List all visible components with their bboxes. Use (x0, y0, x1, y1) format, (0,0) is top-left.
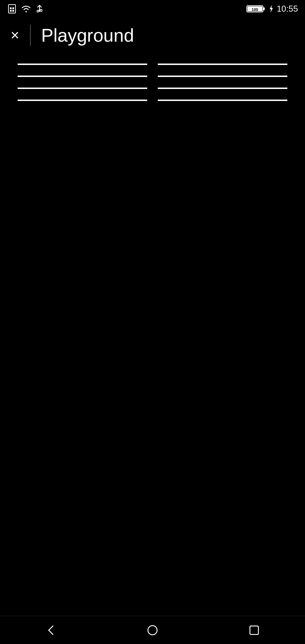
svg-rect-31 (250, 626, 258, 634)
wifi-icon (20, 4, 32, 14)
grid-item-4-2[interactable] (158, 100, 287, 101)
svg-marker-13 (270, 5, 273, 13)
svg-point-5 (25, 11, 27, 12)
recent-apps-button[interactable] (245, 621, 263, 639)
svg-rect-11 (263, 7, 265, 10)
grid-item-3-2[interactable] (158, 88, 287, 89)
charging-icon (268, 4, 274, 13)
layout-grid (0, 53, 305, 616)
time-display: 10:55 (277, 4, 298, 14)
back-button[interactable] (42, 621, 60, 639)
svg-text:100: 100 (252, 7, 258, 12)
svg-rect-8 (40, 10, 42, 11)
status-bar-left (7, 4, 44, 14)
home-button[interactable] (144, 621, 161, 639)
grid-item-1-1[interactable] (18, 64, 147, 65)
svg-rect-7 (37, 10, 39, 12)
header-divider (30, 25, 31, 46)
grid-item-2-2[interactable] (158, 76, 287, 77)
svg-rect-0 (8, 5, 16, 13)
svg-rect-4 (12, 10, 14, 12)
status-bar-right: 100 10:55 (246, 4, 298, 14)
svg-rect-3 (10, 10, 12, 12)
svg-point-30 (148, 626, 157, 635)
page-title: Playground (41, 25, 134, 46)
nav-bar (0, 616, 305, 644)
usb-icon (35, 4, 44, 14)
grid-item-3-1[interactable] (18, 88, 147, 89)
grid-item-1-2[interactable] (158, 64, 287, 65)
sim-icon (7, 4, 17, 14)
grid-item-4-1[interactable] (18, 100, 147, 101)
top-bar: × Playground (0, 18, 305, 53)
status-bar: 100 10:55 (0, 0, 305, 18)
grid-item-2-1[interactable] (18, 76, 147, 77)
svg-rect-1 (10, 7, 12, 9)
svg-rect-2 (12, 7, 14, 9)
battery-icon: 100 (246, 4, 265, 13)
close-button[interactable]: × (11, 28, 19, 43)
